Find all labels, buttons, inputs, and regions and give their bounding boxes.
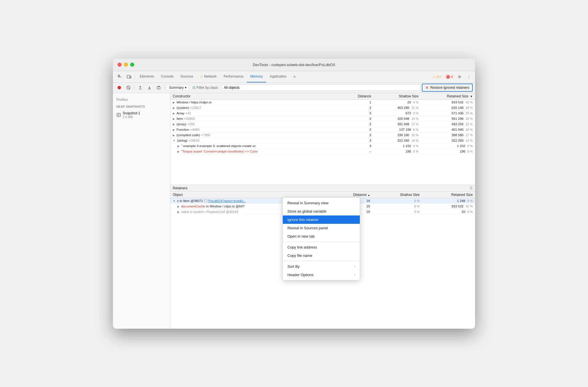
row-retained: 388 580 17 % — [421, 132, 475, 138]
sort-by-chevron-icon: › — [354, 265, 355, 268]
row-constructor: ▶ Item ×20003 — [170, 116, 346, 121]
expand-icon[interactable]: ▶ — [177, 210, 180, 213]
table-row[interactable]: ▶ Window / https://cdpn.io 1 20 0 % 933 … — [170, 99, 475, 105]
table-row[interactable]: ▶ " example 3 example 3: scattered objec… — [170, 143, 475, 149]
svg-rect-2 — [127, 75, 130, 78]
ctx-header-options[interactable]: Header Options › — [283, 271, 360, 279]
ctx-reveal-summary[interactable]: Reveal in Summary view — [283, 199, 360, 207]
context-menu: Reveal in Summary view Store as global v… — [283, 197, 360, 280]
row-retained: 196 0 % — [421, 149, 475, 154]
warning-icon: ⚠ — [433, 75, 435, 79]
cancel-btn[interactable] — [124, 84, 132, 92]
more-options-btn[interactable]: ⋮ — [465, 73, 473, 81]
row-shallow: 391 948 17 % — [374, 121, 421, 127]
row-distance: – — [346, 149, 373, 154]
retainers-table-wrap: Object Distance ▲ Shallow Size Retained … — [170, 192, 475, 329]
expand-icon[interactable]: ▼ — [173, 199, 176, 203]
ctx-open-tab[interactable]: Open in new tab — [283, 232, 360, 240]
tab-memory[interactable]: Memory — [247, 71, 266, 82]
row-constructor: ▶ (system) ×13817 — [170, 105, 346, 110]
download-btn[interactable] — [145, 84, 153, 92]
table-row[interactable]: ▶ (compiled code) ×7386 3 336 180 15 % 3… — [170, 132, 475, 138]
ctx-store-global[interactable]: Store as global variable — [283, 207, 360, 215]
expand-icon[interactable]: ▶ — [177, 145, 180, 148]
row-retained: 322 260 14 % — [421, 138, 475, 143]
th-ret-shallow: Shallow Size — [372, 192, 422, 198]
table-row[interactable]: ▶ (system) ×13817 2 463 280 21 % 620 148… — [170, 105, 475, 110]
expand-icon[interactable]: ▶ — [173, 134, 175, 137]
ret-link[interactable]: PoLdbOX?anon=true&v... — [208, 199, 246, 203]
filter-icon: ⊡ — [193, 86, 195, 90]
tab-console[interactable]: Console — [157, 71, 177, 82]
table-row[interactable]: ▶ Array ×42 3 672 0 % 571 436 25 % — [170, 110, 475, 116]
expand-icon[interactable]: ▶ — [177, 205, 180, 208]
row-constructor: ▶ (array) ×255 — [170, 121, 346, 127]
th-ret-retained: Retained Size — [422, 192, 475, 198]
row-shallow: 463 280 21 % — [374, 105, 421, 110]
snapshot-info: Snapshot 1 2.2 MB — [123, 111, 140, 119]
tab-network[interactable]: ⚠ Network — [197, 71, 220, 82]
row-distance: 2 — [346, 116, 373, 121]
filter-label: Filter by class — [197, 86, 218, 90]
ctx-separator-2 — [283, 261, 360, 261]
expand-icon[interactable]: ▶ — [177, 150, 180, 153]
ctx-ignore-retainer[interactable]: Ignore this retainer — [283, 215, 360, 224]
header-options-chevron-icon: › — [354, 273, 355, 276]
record-btn[interactable] — [115, 84, 123, 92]
row-retained: 493 256 22 % — [421, 121, 475, 127]
table-row[interactable]: ▶ Item ×20003 2 320 048 14 % 561 296 25 … — [170, 116, 475, 121]
snapshot-item[interactable]: Snapshot 1 2.2 MB — [113, 109, 170, 120]
expand-icon[interactable]: ▶ — [173, 101, 175, 104]
tab-elements[interactable]: Elements — [136, 71, 157, 82]
summary-label: Summary — [169, 86, 184, 90]
row-shallow: 20 0 % — [374, 99, 421, 105]
ctx-copy-link[interactable]: Copy link address — [283, 243, 360, 251]
tab-application[interactable]: Application — [266, 71, 290, 82]
table-row[interactable]: ▶ Function ×4689 2 137 196 6 % 401 940 1… — [170, 127, 475, 132]
th-object: Object — [170, 192, 328, 198]
tab-sources[interactable]: Sources — [177, 71, 197, 82]
row-retained: 933 532 42 % — [421, 99, 475, 105]
tab-performance[interactable]: Performance — [220, 71, 247, 82]
svg-rect-17 — [204, 200, 207, 202]
row-shallow: 320 048 14 % — [374, 116, 421, 121]
table-row[interactable]: ▶ "Torque assert 'Convert<uintptr>(endIn… — [170, 149, 475, 154]
expand-icon[interactable]: ▶ — [173, 123, 175, 126]
th-retained-size: Retained Size ▼ — [421, 93, 475, 100]
clear-btn[interactable] — [155, 84, 163, 92]
filter-btn[interactable]: ⊡ Filter by class — [190, 85, 220, 91]
restore-retainers-btn[interactable]: ✕ Restore ignored retainers — [422, 84, 473, 92]
row-distance: 2 — [346, 105, 373, 110]
row-distance: 3 — [346, 132, 373, 138]
upload-btn[interactable] — [136, 84, 144, 92]
objects-filter-input[interactable] — [221, 84, 421, 91]
traffic-lights — [118, 63, 134, 67]
row-retained: 401 940 18 % — [421, 127, 475, 132]
table-row[interactable]: ▶ (array) ×255 2 391 948 17 % 493 256 22… — [170, 121, 475, 127]
row-retained: 620 148 28 % — [421, 105, 475, 110]
inspect-icon-btn[interactable] — [115, 72, 124, 81]
th-constructor: Constructor — [170, 93, 346, 100]
ctx-reveal-sources[interactable]: Reveal in Sources panel — [283, 224, 360, 232]
dropdown-arrow-icon: ▾ — [185, 86, 187, 90]
expand-icon[interactable]: ▶ — [173, 117, 175, 120]
tab-right-area: ⚠ 327 ⛔ 4 ⚙ ⋮ — [431, 73, 473, 81]
close-button[interactable] — [118, 63, 122, 67]
collapse-icon[interactable]: ▼ — [173, 139, 176, 142]
warning-badge: ⚠ 327 — [431, 74, 443, 79]
maximize-button[interactable] — [130, 63, 134, 67]
device-mode-btn[interactable] — [124, 72, 134, 81]
row-shallow: 322 260 14 % — [374, 138, 421, 143]
retainers-scroll-btn[interactable]: ☰ — [470, 186, 473, 190]
tab-more[interactable]: » — [290, 71, 299, 82]
ctx-copy-filename[interactable]: Copy file name — [283, 251, 360, 260]
ctx-separator-1 — [283, 242, 360, 242]
expand-icon[interactable]: ▶ — [173, 112, 175, 115]
table-row[interactable]: ▼ (string) ×16542 3 322 260 14 % 322 260… — [170, 138, 475, 143]
summary-dropdown[interactable]: Summary ▾ — [166, 84, 189, 91]
expand-icon[interactable]: ▶ — [173, 106, 175, 109]
expand-icon[interactable]: ▶ — [173, 128, 175, 131]
minimize-button[interactable] — [124, 63, 128, 67]
ctx-sort-by[interactable]: Sort By › — [283, 262, 360, 271]
settings-btn[interactable]: ⚙ — [456, 73, 464, 81]
